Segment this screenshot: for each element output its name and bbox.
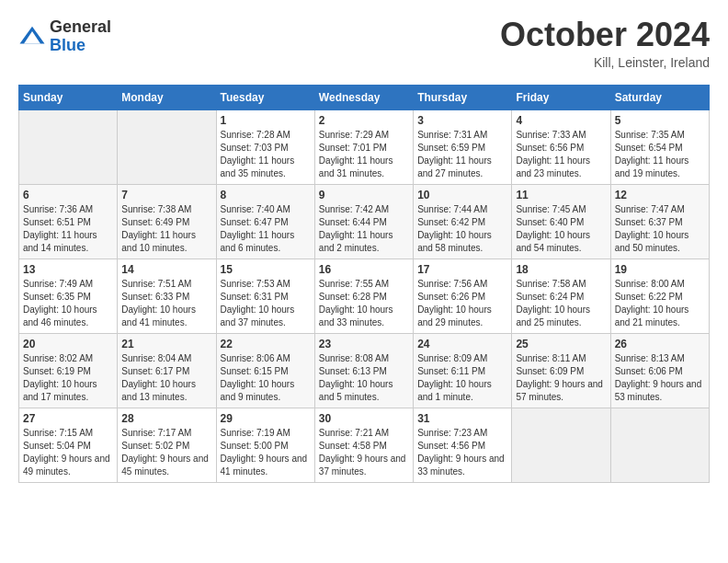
cell-3-0: 20Sunrise: 8:02 AMSunset: 6:19 PMDayligh…: [19, 334, 118, 408]
cell-0-3: 2Sunrise: 7:29 AMSunset: 7:01 PMDaylight…: [314, 110, 413, 185]
header-row: Sunday Monday Tuesday Wednesday Thursday…: [19, 86, 710, 110]
day-number: 14: [121, 263, 211, 276]
cell-1-5: 11Sunrise: 7:45 AMSunset: 6:40 PMDayligh…: [512, 185, 610, 259]
cell-3-1: 21Sunrise: 8:04 AMSunset: 6:17 PMDayligh…: [118, 334, 216, 408]
day-info: Sunrise: 7:42 AMSunset: 6:44 PMDaylight:…: [319, 203, 409, 255]
day-number: 6: [23, 189, 113, 201]
week-row-1: 1Sunrise: 7:28 AMSunset: 7:03 PMDaylight…: [19, 110, 710, 185]
header-friday: Friday: [512, 86, 610, 110]
cell-0-5: 4Sunrise: 7:33 AMSunset: 6:56 PMDaylight…: [512, 110, 610, 185]
cell-2-5: 18Sunrise: 7:58 AMSunset: 6:24 PMDayligh…: [512, 259, 610, 334]
day-number: 15: [221, 263, 311, 276]
header-tuesday: Tuesday: [216, 86, 314, 110]
day-info: Sunrise: 7:56 AMSunset: 6:26 PMDaylight:…: [417, 278, 507, 329]
header-wednesday: Wednesday: [314, 86, 413, 110]
day-info: Sunrise: 7:23 AMSunset: 4:56 PMDaylight:…: [417, 427, 507, 478]
cell-4-1: 28Sunrise: 7:17 AMSunset: 5:02 PMDayligh…: [118, 408, 216, 483]
day-info: Sunrise: 7:17 AMSunset: 5:02 PMDaylight:…: [121, 427, 211, 478]
cell-2-6: 19Sunrise: 8:00 AMSunset: 6:22 PMDayligh…: [610, 259, 709, 334]
day-number: 30: [319, 412, 409, 425]
day-info: Sunrise: 7:51 AMSunset: 6:33 PMDaylight:…: [121, 278, 211, 329]
calendar-header: Sunday Monday Tuesday Wednesday Thursday…: [19, 86, 710, 110]
cell-0-4: 3Sunrise: 7:31 AMSunset: 6:59 PMDaylight…: [414, 110, 512, 185]
day-number: 13: [23, 263, 113, 276]
day-number: 17: [417, 263, 507, 276]
cell-0-6: 5Sunrise: 7:35 AMSunset: 6:54 PMDaylight…: [610, 110, 709, 185]
day-info: Sunrise: 7:33 AMSunset: 6:56 PMDaylight:…: [516, 129, 606, 180]
month-title: October 2024: [500, 18, 710, 52]
day-number: 11: [516, 189, 606, 201]
day-info: Sunrise: 7:38 AMSunset: 6:49 PMDaylight:…: [121, 203, 211, 255]
calendar-body: 1Sunrise: 7:28 AMSunset: 7:03 PMDaylight…: [19, 110, 710, 483]
day-number: 7: [121, 189, 211, 201]
cell-1-4: 10Sunrise: 7:44 AMSunset: 6:42 PMDayligh…: [414, 185, 512, 259]
day-number: 25: [516, 338, 606, 350]
location: Kill, Leinster, Ireland: [500, 55, 710, 70]
day-number: 23: [319, 338, 409, 350]
cell-2-3: 16Sunrise: 7:55 AMSunset: 6:28 PMDayligh…: [314, 259, 413, 334]
day-number: 2: [319, 114, 409, 127]
title-block: October 2024 Kill, Leinster, Ireland: [500, 18, 710, 70]
day-number: 19: [615, 263, 705, 276]
day-info: Sunrise: 7:44 AMSunset: 6:42 PMDaylight:…: [417, 203, 507, 255]
cell-4-0: 27Sunrise: 7:15 AMSunset: 5:04 PMDayligh…: [19, 408, 118, 483]
day-number: 16: [319, 263, 409, 276]
day-info: Sunrise: 8:08 AMSunset: 6:13 PMDaylight:…: [319, 352, 409, 404]
page-header: General Blue October 2024 Kill, Leinster…: [18, 18, 710, 70]
cell-2-4: 17Sunrise: 7:56 AMSunset: 6:26 PMDayligh…: [414, 259, 512, 334]
cell-3-6: 26Sunrise: 8:13 AMSunset: 6:06 PMDayligh…: [610, 334, 709, 408]
week-row-4: 20Sunrise: 8:02 AMSunset: 6:19 PMDayligh…: [19, 334, 710, 408]
logo: General Blue: [18, 18, 111, 55]
day-number: 8: [221, 189, 311, 201]
cell-2-0: 13Sunrise: 7:49 AMSunset: 6:35 PMDayligh…: [19, 259, 118, 334]
day-info: Sunrise: 7:47 AMSunset: 6:37 PMDaylight:…: [615, 203, 705, 255]
day-info: Sunrise: 7:29 AMSunset: 7:01 PMDaylight:…: [319, 129, 409, 180]
cell-3-3: 23Sunrise: 8:08 AMSunset: 6:13 PMDayligh…: [314, 334, 413, 408]
day-info: Sunrise: 8:09 AMSunset: 6:11 PMDaylight:…: [417, 352, 507, 404]
header-thursday: Thursday: [414, 86, 512, 110]
cell-3-2: 22Sunrise: 8:06 AMSunset: 6:15 PMDayligh…: [216, 334, 314, 408]
day-info: Sunrise: 7:53 AMSunset: 6:31 PMDaylight:…: [221, 278, 311, 329]
cell-4-3: 30Sunrise: 7:21 AMSunset: 4:58 PMDayligh…: [314, 408, 413, 483]
cell-1-6: 12Sunrise: 7:47 AMSunset: 6:37 PMDayligh…: [610, 185, 709, 259]
day-number: 26: [615, 338, 705, 350]
logo-text: General Blue: [50, 18, 111, 55]
cell-0-1: [118, 110, 216, 185]
day-info: Sunrise: 8:11 AMSunset: 6:09 PMDaylight:…: [516, 352, 606, 404]
cell-1-0: 6Sunrise: 7:36 AMSunset: 6:51 PMDaylight…: [19, 185, 118, 259]
cell-1-3: 9Sunrise: 7:42 AMSunset: 6:44 PMDaylight…: [314, 185, 413, 259]
day-info: Sunrise: 7:40 AMSunset: 6:47 PMDaylight:…: [221, 203, 311, 255]
header-sunday: Sunday: [19, 86, 118, 110]
week-row-3: 13Sunrise: 7:49 AMSunset: 6:35 PMDayligh…: [19, 259, 710, 334]
cell-3-5: 25Sunrise: 8:11 AMSunset: 6:09 PMDayligh…: [512, 334, 610, 408]
day-info: Sunrise: 7:55 AMSunset: 6:28 PMDaylight:…: [319, 278, 409, 329]
day-number: 28: [121, 412, 211, 425]
logo-icon: [18, 23, 46, 51]
day-number: 1: [221, 114, 311, 127]
day-number: 31: [417, 412, 507, 425]
day-number: 24: [417, 338, 507, 350]
cell-3-4: 24Sunrise: 8:09 AMSunset: 6:11 PMDayligh…: [414, 334, 512, 408]
day-number: 12: [615, 189, 705, 201]
day-info: Sunrise: 7:45 AMSunset: 6:40 PMDaylight:…: [516, 203, 606, 255]
cell-4-4: 31Sunrise: 7:23 AMSunset: 4:56 PMDayligh…: [414, 408, 512, 483]
week-row-5: 27Sunrise: 7:15 AMSunset: 5:04 PMDayligh…: [19, 408, 710, 483]
day-info: Sunrise: 8:06 AMSunset: 6:15 PMDaylight:…: [221, 352, 311, 404]
calendar-table: Sunday Monday Tuesday Wednesday Thursday…: [18, 85, 710, 483]
day-info: Sunrise: 7:21 AMSunset: 4:58 PMDaylight:…: [319, 427, 409, 478]
day-number: 5: [615, 114, 705, 127]
cell-4-5: [512, 408, 610, 483]
day-info: Sunrise: 7:31 AMSunset: 6:59 PMDaylight:…: [417, 129, 507, 180]
day-info: Sunrise: 7:58 AMSunset: 6:24 PMDaylight:…: [516, 278, 606, 329]
day-info: Sunrise: 8:00 AMSunset: 6:22 PMDaylight:…: [615, 278, 705, 329]
day-number: 29: [221, 412, 311, 425]
day-number: 4: [516, 114, 606, 127]
day-info: Sunrise: 8:13 AMSunset: 6:06 PMDaylight:…: [615, 352, 705, 404]
cell-2-1: 14Sunrise: 7:51 AMSunset: 6:33 PMDayligh…: [118, 259, 216, 334]
cell-4-6: [610, 408, 709, 483]
day-info: Sunrise: 7:19 AMSunset: 5:00 PMDaylight:…: [221, 427, 311, 478]
day-number: 18: [516, 263, 606, 276]
logo-general: General: [50, 18, 111, 37]
day-info: Sunrise: 8:02 AMSunset: 6:19 PMDaylight:…: [23, 352, 113, 404]
cell-1-2: 8Sunrise: 7:40 AMSunset: 6:47 PMDaylight…: [216, 185, 314, 259]
